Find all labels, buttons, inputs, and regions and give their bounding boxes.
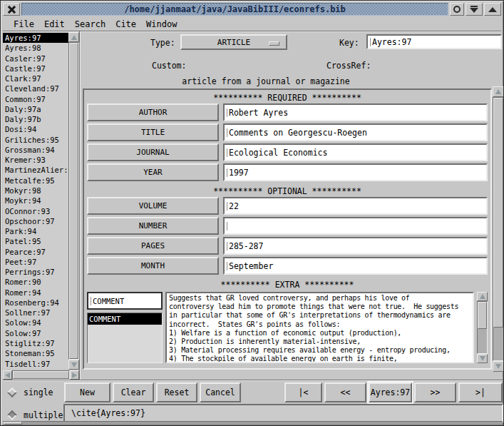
list-item[interactable]: Dosi:94 — [3, 124, 68, 134]
list-item[interactable]: Clark:97 — [3, 73, 68, 83]
scroll-thumb[interactable] — [13, 371, 69, 379]
scroll-track[interactable] — [477, 301, 488, 354]
list-item[interactable]: Ayres:98 — [3, 43, 68, 53]
type-dropdown[interactable]: ARTICLE — [180, 34, 287, 50]
menu-item-file[interactable]: File — [12, 19, 36, 29]
field-label-number[interactable]: NUMBER — [87, 217, 219, 235]
field-label-month[interactable]: MONTH — [87, 257, 219, 275]
menu-item-edit[interactable]: Edit — [43, 19, 66, 29]
field-label-year[interactable]: YEAR — [87, 163, 219, 181]
first-record-button[interactable]: |< — [284, 382, 322, 402]
field-input-pages[interactable]: 285-287 — [223, 237, 488, 255]
field-input-volume[interactable]: 22 — [223, 197, 488, 215]
list-item[interactable]: Metcalfe:95 — [3, 176, 68, 186]
window-menu-button[interactable] — [450, 3, 464, 16]
comment-textarea[interactable]: Suggests that GR loved controversy, and … — [165, 292, 474, 363]
scroll-thumb[interactable] — [4, 422, 22, 425]
list-item[interactable]: Cleveland:97 — [3, 83, 68, 93]
list-item[interactable]: Grossman:94 — [3, 145, 68, 155]
last-record-button[interactable]: >| — [458, 382, 503, 402]
extra-field-chooser: COMMENT COMMENT — [87, 292, 163, 363]
field-input-year[interactable]: 1997 — [223, 163, 488, 181]
scroll-track[interactable] — [12, 370, 70, 380]
list-item[interactable]: COMMENT — [88, 313, 162, 325]
window-hscrollbar[interactable] — [3, 421, 503, 425]
list-item[interactable]: Opschoor:97 — [3, 216, 68, 226]
field-label-volume[interactable]: VOLUME — [87, 197, 219, 215]
list-item[interactable]: Daly:97b — [3, 114, 68, 124]
field-label-author[interactable]: AUTHOR — [87, 103, 219, 121]
clear-button[interactable]: Clear — [113, 382, 154, 402]
list-item[interactable]: Casler:97 — [3, 54, 68, 64]
scroll-thumb[interactable] — [493, 98, 503, 328]
field-label-pages[interactable]: PAGES — [87, 237, 219, 255]
scroll-down-button[interactable] — [68, 360, 79, 370]
list-item[interactable]: Sollner:97 — [3, 308, 68, 318]
field-label-journal[interactable]: JOURNAL — [87, 143, 219, 161]
maximize-button[interactable] — [484, 3, 501, 16]
scroll-track[interactable] — [493, 97, 504, 361]
list-item[interactable]: Peet:97 — [3, 257, 68, 267]
scroll-up-button[interactable] — [477, 292, 488, 301]
scroll-track[interactable] — [68, 42, 79, 360]
field-input-month[interactable]: September — [223, 257, 488, 275]
list-item[interactable]: Pearce:97 — [3, 247, 68, 257]
new-button[interactable]: New — [64, 382, 110, 402]
list-item[interactable]: Stiglitz:97 — [3, 338, 68, 348]
list-item[interactable]: Solow:97 — [3, 328, 68, 338]
next-record-button[interactable]: >> — [414, 382, 456, 402]
list-item[interactable]: Ayres:97 — [3, 33, 68, 43]
field-input-author[interactable]: Robert Ayres — [223, 103, 488, 121]
list-item[interactable]: OConnor:93 — [3, 206, 68, 216]
scroll-thumb[interactable] — [69, 43, 78, 359]
scroll-thumb[interactable] — [478, 302, 487, 329]
list-item[interactable]: Park:94 — [3, 226, 68, 236]
radio-diamond-icon — [7, 410, 17, 420]
comment-vscrollbar — [477, 292, 488, 363]
list-item[interactable]: MartinezAlier:9 — [3, 165, 68, 175]
field-input-number[interactable] — [223, 217, 488, 235]
list-item[interactable]: Tisdell:97 — [3, 359, 68, 369]
list-item[interactable]: Daly:97a — [3, 104, 68, 114]
list-item[interactable]: Romer:90 — [3, 277, 68, 287]
list-item[interactable]: Mokyr:98 — [3, 186, 68, 196]
field-value: 22 — [229, 201, 239, 211]
list-item[interactable]: Kremer:93 — [3, 155, 68, 165]
current-record-button[interactable]: Ayres:97 — [369, 382, 412, 402]
menu-item-search[interactable]: Search — [73, 19, 107, 29]
extra-field-name-input[interactable]: COMMENT — [87, 292, 163, 310]
scroll-down-button[interactable] — [493, 361, 504, 372]
previous-record-button[interactable]: << — [324, 382, 366, 402]
cite-mode-multiple[interactable]: multiple — [9, 410, 63, 420]
menu-item-cite[interactable]: Cite — [114, 19, 138, 29]
list-item[interactable]: Patel:95 — [3, 236, 68, 246]
text-caret-icon — [227, 128, 227, 137]
close-button[interactable] — [3, 3, 20, 16]
list-item[interactable]: Romer:94 — [3, 288, 68, 298]
list-item[interactable]: Solow:94 — [3, 318, 68, 328]
list-item[interactable]: Griliches:95 — [3, 135, 68, 145]
menu-item-window[interactable]: Window — [145, 19, 178, 29]
field-label-title[interactable]: TITLE — [87, 123, 219, 141]
scroll-down-button[interactable] — [477, 354, 488, 363]
scroll-up-button[interactable] — [493, 86, 504, 97]
scroll-up-icon — [495, 89, 501, 94]
cite-command-field[interactable]: \cite{Ayres:97} — [63, 404, 503, 422]
list-item[interactable]: Stoneman:95 — [3, 348, 68, 358]
scroll-right-button[interactable] — [70, 370, 79, 380]
list-item[interactable]: Castle:97 — [3, 64, 68, 73]
scroll-left-button[interactable] — [3, 370, 12, 380]
shade-button[interactable] — [466, 3, 483, 16]
field-input-title[interactable]: Comments on Georgescu-Roegen — [223, 123, 488, 141]
list-item[interactable]: Rosenberg:94 — [3, 298, 68, 308]
field-input-journal[interactable]: Ecological Economics — [223, 143, 488, 161]
window-title: /home/jjanmaat/java/JavaBibIII/econrefs.… — [21, 3, 448, 16]
list-item[interactable]: Common:97 — [3, 94, 68, 104]
cite-mode-single[interactable]: single — [9, 387, 53, 397]
key-input[interactable]: Ayres:97 — [366, 34, 502, 49]
reset-button[interactable]: Reset — [156, 382, 197, 402]
cancel-button[interactable]: Cancel — [200, 382, 241, 402]
list-item[interactable]: Perrings:97 — [3, 267, 68, 277]
list-item[interactable]: Moykr:94 — [3, 196, 68, 206]
scroll-up-button[interactable] — [68, 32, 79, 42]
